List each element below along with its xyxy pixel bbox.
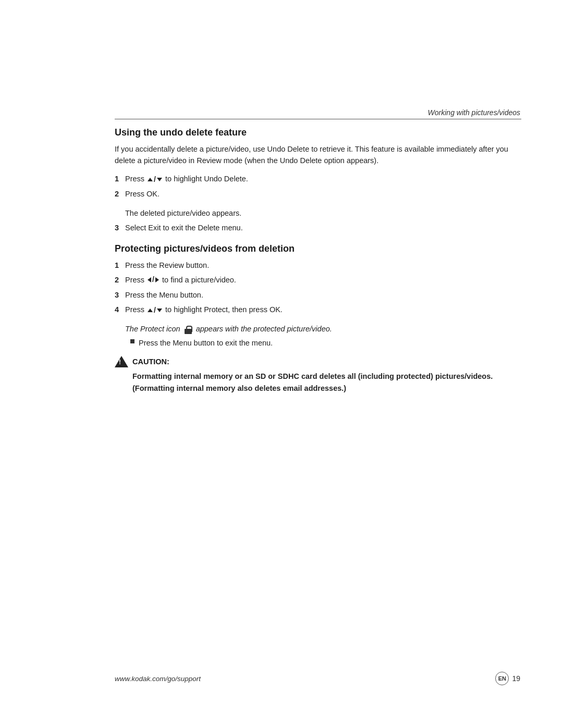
caution-box: CAUTION: Formatting internal memory or a…: [115, 356, 520, 394]
step-number: 3: [115, 222, 119, 233]
protect-step-3: 3 Press the Menu button.: [115, 289, 520, 301]
undo-step-1: 1 Press / to highlight Undo Delete.: [115, 173, 520, 185]
protect-step-1: 1 Press the Review button.: [115, 260, 520, 271]
protect-italic-before: The Protect icon: [125, 325, 182, 333]
step-number: 1: [115, 173, 119, 184]
undo-step-3: 3 Select Exit to exit the Delete menu.: [115, 222, 520, 233]
undo-steps-list: 1 Press / to highlight Undo Delete. 2 Pr…: [115, 173, 520, 200]
slash-icon: /: [154, 174, 156, 186]
page: Working with pictures/videos Using the u…: [0, 0, 563, 728]
arrow-up2-icon: [148, 309, 153, 312]
protect-step-4: 4 Press / to highlight Protect, then pre…: [115, 304, 520, 316]
header-rule: [115, 119, 521, 119]
language-badge: EN: [495, 672, 509, 685]
caution-label: CAUTION:: [132, 357, 169, 366]
undo-step3-text: Select Exit to exit the Delete menu.: [125, 224, 243, 232]
undo-step2-text: Press OK.: [125, 190, 160, 198]
up-down-arrows-icon: /: [148, 174, 162, 186]
undo-step3-list: 3 Select Exit to exit the Delete menu.: [115, 222, 520, 233]
section-undo-delete: Using the undo delete feature If you acc…: [115, 127, 520, 234]
protect-italic-after: appears with the protected picture/video…: [196, 325, 332, 333]
protect-step1-text: Press the Review button.: [125, 261, 209, 269]
protect-bullet-text: Press the Menu button to exit the menu.: [139, 337, 273, 349]
undo-step1-text-after: to highlight Undo Delete.: [165, 175, 248, 183]
step-number: 4: [115, 304, 119, 315]
arrow-right-icon: [155, 277, 159, 282]
footer-page: EN 19: [495, 672, 520, 685]
step-number: 1: [115, 260, 119, 271]
main-content: Using the undo delete feature If you acc…: [115, 127, 520, 403]
lock-icon: [185, 326, 192, 334]
undo-intro: If you accidentally delete a picture/vid…: [115, 143, 520, 167]
arrow-up-icon: [148, 178, 153, 181]
undo-sub-text: The deleted picture/video appears.: [125, 207, 520, 219]
step-number: 2: [115, 274, 119, 286]
arrow-down-icon: [157, 178, 162, 181]
arrow-down2-icon: [157, 309, 162, 312]
slash2-icon: /: [154, 305, 156, 316]
protect-step4-before: Press: [125, 305, 146, 314]
section-undo-title: Using the undo delete feature: [115, 127, 520, 138]
protect-step4-after: to highlight Protect, then press OK.: [165, 305, 283, 314]
protect-step2-after: to find a picture/video.: [162, 276, 236, 284]
step-number: 3: [115, 289, 119, 301]
bullet-icon: [130, 339, 134, 343]
page-number: 19: [512, 674, 520, 683]
protect-step3-text: Press the Menu button.: [125, 291, 203, 299]
undo-step-2: 2 Press OK.: [115, 188, 520, 200]
arrow-left-icon: [148, 277, 151, 282]
protect-step2-before: Press: [125, 276, 146, 284]
section-protect-title: Protecting pictures/videos from deletion: [115, 243, 520, 254]
undo-step1-text-before: Press: [125, 175, 146, 183]
caution-triangle-icon: [115, 356, 128, 367]
left-right-arrows-icon: /: [148, 274, 159, 286]
up-down-arrows2-icon: /: [148, 305, 162, 316]
protect-step-2: 2 Press / to find a picture/video.: [115, 274, 520, 286]
section-protect: Protecting pictures/videos from deletion…: [115, 243, 520, 394]
slash-icon: /: [152, 274, 154, 286]
footer-url: www.kodak.com/go/support: [115, 675, 201, 683]
protect-steps-list: 1 Press the Review button. 2 Press / to …: [115, 260, 520, 316]
protect-italic-note: The Protect icon appears with the protec…: [125, 323, 520, 335]
caution-header: CAUTION:: [115, 356, 520, 367]
step-number: 2: [115, 188, 119, 200]
protect-bullet: Press the Menu button to exit the menu.: [130, 337, 520, 349]
footer: www.kodak.com/go/support EN 19: [115, 672, 520, 685]
chapter-title: Working with pictures/videos: [428, 108, 520, 117]
caution-body: Formatting internal memory or an SD or S…: [132, 371, 520, 394]
